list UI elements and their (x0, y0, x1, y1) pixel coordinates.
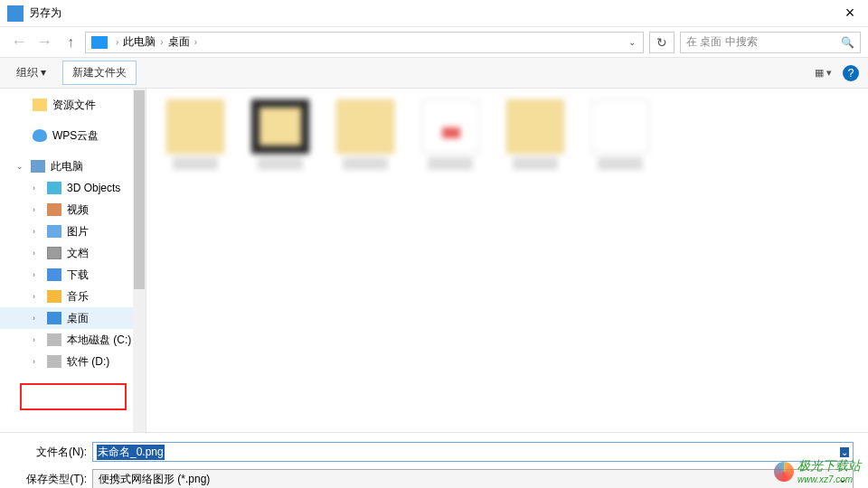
tree-item-pc[interactable]: ⌄此电脑 (0, 155, 146, 177)
file-pane[interactable] (146, 89, 868, 432)
file-item[interactable] (586, 99, 655, 170)
scrollbar-thumb[interactable] (134, 90, 145, 289)
tree-item-resources[interactable]: 资源文件 (0, 94, 146, 116)
nav-arrows: ← → (7, 33, 56, 52)
scrollbar[interactable] (133, 89, 146, 432)
file-item[interactable] (161, 99, 230, 170)
chevron-right-icon[interactable]: › (33, 227, 42, 236)
disk-icon (47, 333, 61, 346)
music-icon (47, 290, 61, 303)
chevron-right-icon[interactable]: › (33, 270, 42, 279)
close-icon[interactable]: × (832, 4, 868, 23)
refresh-icon: ↻ (656, 35, 667, 50)
desktop-icon (47, 312, 61, 324)
nav-bar: ← → ↑ › 此电脑 › 桌面 › ⌄ ↻ 在 桌面 中搜索 🔍 (0, 27, 868, 58)
search-input[interactable]: 在 桌面 中搜索 🔍 (680, 32, 861, 53)
chevron-right-icon: › (156, 37, 167, 47)
chevron-down-icon[interactable]: ⌄ (838, 473, 847, 485)
chevron-down-icon[interactable]: ⌄ (840, 447, 849, 457)
chevron-down-icon[interactable]: ⌄ (628, 37, 641, 47)
file-item[interactable] (416, 99, 485, 170)
file-item[interactable] (331, 99, 400, 170)
cloud-icon (33, 129, 47, 142)
chevron-right-icon[interactable]: › (33, 183, 42, 192)
sidebar: 资源文件 WPS云盘 ⌄此电脑 ›3D Objects ›视频 ›图片 ›文档 … (0, 89, 146, 432)
tree-item-docs[interactable]: ›文档 (0, 242, 146, 264)
help-button[interactable]: ? (843, 65, 859, 81)
tree-item-downloads[interactable]: ›下载 (0, 264, 146, 286)
video-icon (47, 203, 61, 216)
file-item[interactable] (246, 99, 315, 170)
filetype-combo[interactable]: 便携式网络图形 (*.png)⌄ (92, 469, 854, 488)
chevron-right-icon[interactable]: › (33, 335, 42, 344)
pc-icon (91, 36, 108, 49)
tree-item-3d[interactable]: ›3D Objects (0, 177, 146, 199)
filename-input[interactable]: 未命名_0.png⌄ (92, 442, 854, 462)
disk-icon (47, 355, 61, 368)
chevron-right-icon[interactable]: › (33, 292, 42, 301)
chevron-down-icon[interactable]: ⌄ (16, 162, 25, 171)
picture-icon (47, 225, 61, 238)
back-icon[interactable]: ← (11, 33, 27, 52)
chevron-right-icon[interactable]: › (33, 249, 42, 258)
app-icon (7, 5, 24, 22)
breadcrumb-seg[interactable]: 桌面 (168, 34, 190, 50)
annotation-box (20, 383, 127, 410)
tree-item-disk-d[interactable]: ›软件 (D:) (0, 351, 146, 372)
pc-icon (31, 160, 45, 173)
tree-item-disk-c[interactable]: ›本地磁盘 (C:) (0, 329, 146, 351)
tree-item-music[interactable]: ›音乐 (0, 286, 146, 307)
up-icon[interactable]: ↑ (61, 34, 80, 51)
refresh-button[interactable]: ↻ (649, 32, 675, 53)
search-placeholder: 在 桌面 中搜索 (686, 34, 758, 50)
filename-label: 文件名(N): (14, 445, 87, 460)
document-icon (47, 247, 61, 259)
chevron-right-icon[interactable]: › (33, 357, 42, 366)
tree-item-wps[interactable]: WPS云盘 (0, 125, 146, 146)
search-icon: 🔍 (841, 36, 854, 49)
bottom-bar: 文件名(N): 未命名_0.png⌄ 保存类型(T): 便携式网络图形 (*.p… (0, 432, 868, 488)
title-bar: 另存为 × (0, 0, 868, 27)
breadcrumb-seg[interactable]: 此电脑 (123, 34, 156, 50)
new-folder-button[interactable]: 新建文件夹 (62, 61, 137, 85)
view-button[interactable]: ▦ ▾ (815, 67, 832, 79)
file-item[interactable] (501, 99, 570, 170)
toolbar: 组织 ▾ 新建文件夹 ▦ ▾ ? (0, 58, 868, 89)
organize-button[interactable]: 组织 ▾ (9, 61, 53, 84)
forward-icon[interactable]: → (36, 33, 52, 52)
chevron-right-icon: › (190, 37, 202, 47)
filetype-label: 保存类型(T): (14, 472, 87, 487)
folder-icon (33, 99, 47, 111)
breadcrumb[interactable]: › 此电脑 › 桌面 › ⌄ (85, 32, 644, 53)
cube-icon (47, 182, 61, 194)
tree-item-desktop[interactable]: ›桌面 (0, 307, 146, 329)
window-title: 另存为 (29, 5, 832, 21)
download-icon (47, 268, 61, 281)
chevron-right-icon[interactable]: › (33, 314, 42, 323)
chevron-right-icon: › (111, 37, 123, 47)
chevron-right-icon[interactable]: › (33, 205, 42, 214)
tree-item-video[interactable]: ›视频 (0, 199, 146, 221)
tree-item-pictures[interactable]: ›图片 (0, 221, 146, 242)
